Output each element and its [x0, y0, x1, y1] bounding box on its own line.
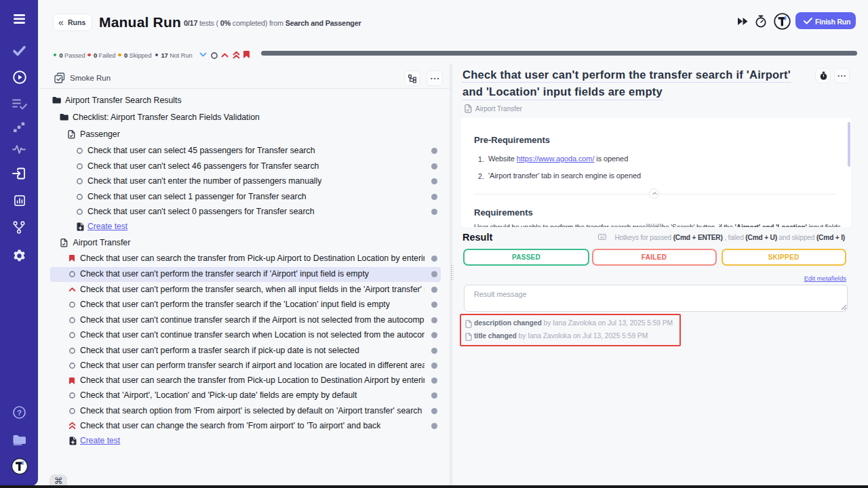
svg-text:?: ? [17, 409, 22, 417]
